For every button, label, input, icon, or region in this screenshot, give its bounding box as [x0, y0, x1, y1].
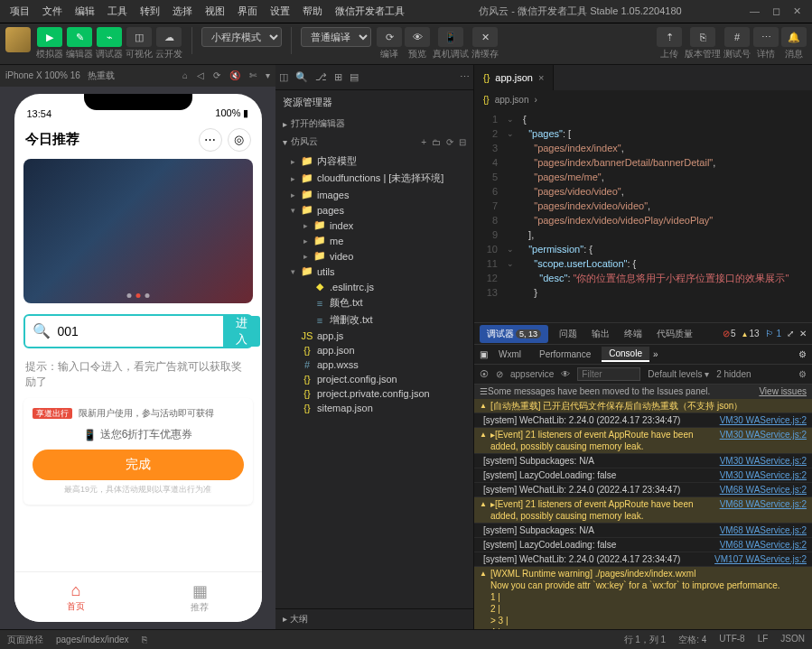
- element-picker-icon[interactable]: ▣: [480, 349, 488, 359]
- expand-icon[interactable]: ⤢: [787, 329, 794, 338]
- tb-编辑器[interactable]: ✎编辑器: [66, 27, 93, 60]
- compile-select[interactable]: 普通编译: [301, 27, 371, 47]
- tb-预览[interactable]: 👁预览: [405, 27, 430, 60]
- subtab-Wxml[interactable]: Wxml: [491, 348, 528, 361]
- file-cloudfunctions | [未选择环境][interactable]: ▸📁cloudfunctions | [未选择环境]: [275, 170, 473, 187]
- root-folder[interactable]: ▾ 仿风云 + 🗀 ⟳ ⊟: [275, 133, 473, 151]
- file-utils[interactable]: ▾📁utils: [275, 264, 473, 279]
- context-select[interactable]: appservice: [510, 369, 554, 379]
- tb-可视化[interactable]: ◫可视化: [126, 27, 153, 60]
- maximize-icon[interactable]: ◻: [772, 5, 780, 17]
- log-source-link[interactable]: VM30 WAService.js:2: [720, 455, 807, 467]
- new-file-icon[interactable]: +: [421, 137, 426, 147]
- tb-真机调试[interactable]: 📱真机调试: [433, 27, 469, 60]
- menu-微信开发者工具[interactable]: 微信开发者工具: [329, 1, 411, 22]
- log-source-link[interactable]: VM30 WAService.js:2: [720, 469, 807, 481]
- tb-清缓存[interactable]: ✕清缓存: [471, 27, 499, 60]
- breadcrumb[interactable]: {}app.json›: [474, 90, 812, 108]
- explorer-tab-icon[interactable]: ◫: [279, 71, 288, 83]
- log-source-link[interactable]: VM107 WAService.js:2: [714, 553, 807, 565]
- new-folder-icon[interactable]: 🗀: [432, 137, 441, 147]
- done-button[interactable]: 完成: [33, 450, 244, 480]
- tb-上传[interactable]: ⇡上传: [657, 27, 682, 60]
- file-app.wxss[interactable]: #app.wxss: [275, 357, 473, 372]
- collapse-icon[interactable]: ⊟: [459, 137, 466, 147]
- menu-项目[interactable]: 项目: [4, 1, 36, 22]
- file-project.config.json[interactable]: {}project.config.json: [275, 372, 473, 386]
- volume-icon[interactable]: 🔇: [229, 70, 240, 80]
- device-label[interactable]: iPhone X 100% 16: [5, 70, 80, 80]
- filter-input[interactable]: [577, 367, 640, 381]
- enter-button[interactable]: 进入: [223, 316, 260, 347]
- banner-swiper[interactable]: [23, 159, 253, 303]
- tb-测试号[interactable]: #测试号: [723, 27, 751, 60]
- mode-select[interactable]: 小程序模式: [201, 27, 282, 47]
- close-tab-icon[interactable]: ×: [538, 72, 544, 83]
- status-JSON[interactable]: JSON: [780, 634, 805, 646]
- menu-转到[interactable]: 转到: [134, 1, 166, 22]
- levels-select[interactable]: Default levels ▾: [648, 369, 709, 379]
- settings-icon[interactable]: ⚙: [798, 369, 807, 379]
- tb-版本管理[interactable]: ⎘版本管理: [685, 27, 721, 60]
- ext-tab-icon[interactable]: ⊞: [334, 71, 342, 83]
- log-source-link[interactable]: VM68 WAService.js:2: [720, 498, 807, 522]
- dt-tab-代码质量[interactable]: 代码质量: [649, 326, 700, 341]
- view-issues-link[interactable]: View issues: [759, 385, 807, 397]
- file-app.json[interactable]: {}app.json: [275, 343, 473, 357]
- file-me[interactable]: ▸📁me: [275, 233, 473, 248]
- hot-reload-label[interactable]: 热重载: [88, 70, 115, 82]
- tb-模拟器[interactable]: ▶模拟器: [36, 27, 63, 60]
- minimize-icon[interactable]: —: [750, 5, 760, 17]
- status-空格: 4[interactable]: 空格: 4: [678, 634, 706, 646]
- close-devtools-icon[interactable]: ✕: [799, 329, 807, 338]
- dt-tab-问题[interactable]: 问题: [552, 326, 584, 341]
- search-tab-icon[interactable]: 🔍: [295, 71, 308, 83]
- home-icon[interactable]: ⌂: [182, 70, 188, 80]
- menu-编辑[interactable]: 编辑: [69, 1, 101, 22]
- tb-云开发[interactable]: ☁云开发: [155, 27, 182, 60]
- code-input[interactable]: [51, 324, 223, 338]
- warn-count[interactable]: 13: [742, 329, 760, 338]
- open-editors-section[interactable]: ▸ 打开的编辑器: [275, 115, 473, 133]
- menu-帮助[interactable]: 帮助: [296, 1, 329, 22]
- tb-调试器[interactable]: ⌁调试器: [96, 27, 123, 60]
- more-icon[interactable]: ▾: [266, 70, 270, 80]
- status-行 1，列 1[interactable]: 行 1，列 1: [624, 634, 667, 646]
- inspect-icon[interactable]: ⦿: [480, 369, 489, 379]
- file-app.js[interactable]: JSapp.js: [275, 329, 473, 343]
- back-icon[interactable]: ◁: [197, 70, 204, 80]
- refresh-icon[interactable]: ⟳: [446, 137, 453, 147]
- capsule-more-icon[interactable]: ⋯: [199, 128, 222, 152]
- clear-icon[interactable]: ⊘: [496, 369, 503, 379]
- tab-home[interactable]: ⌂首页: [14, 572, 138, 622]
- tab-recommend[interactable]: ▦推荐: [138, 572, 262, 622]
- subtab-Performance[interactable]: Performance: [532, 348, 598, 361]
- page-path[interactable]: pages/index/index: [56, 635, 129, 644]
- subtab-Console[interactable]: Console: [602, 347, 649, 362]
- menu-设置[interactable]: 设置: [264, 1, 296, 22]
- menu-选择[interactable]: 选择: [166, 1, 199, 22]
- log-source-link[interactable]: VM68 WAService.js:2: [720, 539, 807, 551]
- more-tabs-icon[interactable]: »: [653, 349, 658, 359]
- menu-视图[interactable]: 视图: [199, 1, 231, 22]
- fold-icon[interactable]: ▤: [350, 71, 359, 83]
- dt-tab-终端[interactable]: 终端: [617, 326, 649, 341]
- git-tab-icon[interactable]: ⎇: [315, 71, 327, 83]
- dt-tab-输出[interactable]: 输出: [584, 326, 617, 341]
- menu-界面[interactable]: 界面: [231, 1, 264, 22]
- file-sitemap.json[interactable]: {}sitemap.json: [275, 401, 473, 415]
- code-editor[interactable]: 12345678910111213 ⌄⌄⌄⌄ { "pages": [ "pag…: [474, 108, 812, 322]
- editor-tab-appjson[interactable]: {}app.json×: [474, 65, 554, 90]
- tb-消息[interactable]: 🔔消息: [781, 27, 807, 60]
- close-icon[interactable]: ✕: [793, 5, 801, 17]
- log-source-link[interactable]: VM68 WAService.js:2: [720, 524, 807, 536]
- avatar[interactable]: [5, 27, 31, 52]
- info-count[interactable]: 🏳 1: [765, 329, 781, 338]
- more-icon[interactable]: ⋯: [460, 71, 470, 83]
- menu-工具[interactable]: 工具: [101, 1, 134, 22]
- file-增删改.txt[interactable]: ≡增删改.txt: [275, 311, 473, 329]
- status-UTF-8[interactable]: UTF-8: [719, 634, 744, 646]
- hidden-count[interactable]: 2 hidden: [716, 369, 751, 379]
- capsule-close-icon[interactable]: ◎: [228, 128, 251, 152]
- debugger-tab[interactable]: 调试器5, 13: [480, 325, 548, 343]
